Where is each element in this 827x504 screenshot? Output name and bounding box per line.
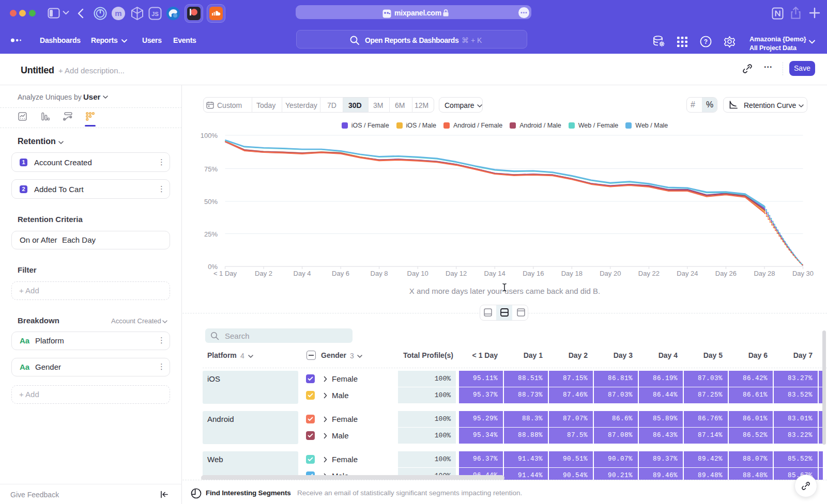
svg-text:Day 6: Day 6: [332, 270, 349, 277]
svg-text:100%: 100%: [201, 132, 218, 139]
svg-text:50%: 50%: [204, 198, 218, 206]
svg-text:?: ?: [704, 38, 708, 45]
svg-text:< 1 Day: < 1 Day: [213, 270, 237, 277]
svg-text:Day 10: Day 10: [407, 270, 428, 277]
svg-text:Day 8: Day 8: [371, 270, 388, 277]
svg-text:Day 20: Day 20: [600, 270, 621, 277]
svg-text:Day 26: Day 26: [715, 270, 737, 277]
svg-text:Day 2: Day 2: [255, 270, 272, 277]
svg-text:Day 14: Day 14: [484, 270, 506, 277]
svg-text:Day 24: Day 24: [677, 270, 698, 277]
svg-text:Day 28: Day 28: [754, 270, 775, 277]
svg-text:Day 30: Day 30: [792, 270, 814, 277]
svg-text:Day 12: Day 12: [446, 270, 467, 277]
svg-text:Day 22: Day 22: [638, 270, 660, 277]
svg-text:JS: JS: [151, 11, 158, 17]
svg-text:Day 4: Day 4: [294, 270, 311, 277]
svg-text:Day 18: Day 18: [561, 270, 583, 277]
svg-text:75%: 75%: [204, 165, 218, 173]
svg-text:25%: 25%: [204, 230, 218, 238]
svg-text:Day 16: Day 16: [523, 270, 544, 277]
